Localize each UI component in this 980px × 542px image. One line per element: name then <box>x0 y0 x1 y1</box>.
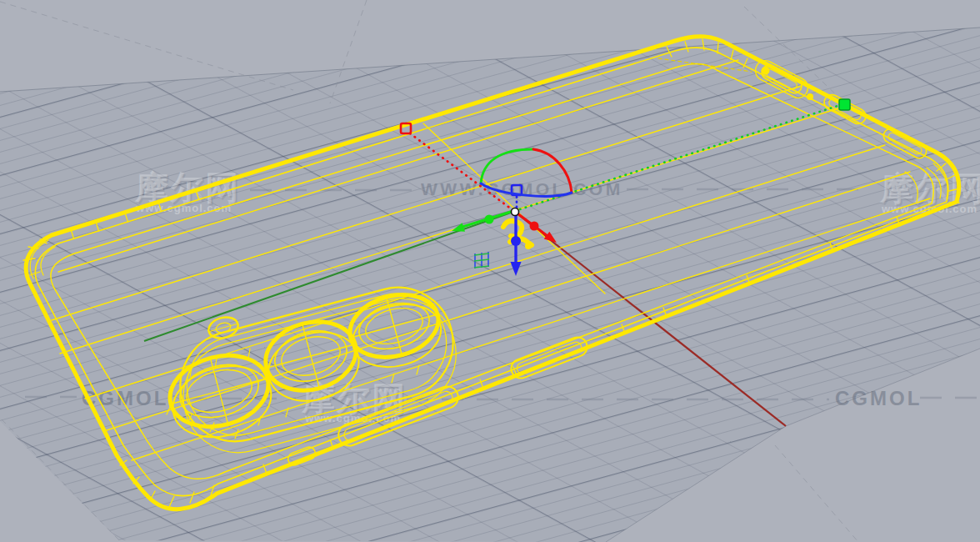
gumball-origin-handle[interactable] <box>512 208 519 216</box>
gumball-z-scale-knob[interactable] <box>511 236 521 246</box>
mic-hole <box>807 93 813 100</box>
watermark-short-bottom-right: CGMOL <box>835 387 922 409</box>
gumball-y-square-handle[interactable] <box>839 99 850 110</box>
gumball-x-scale-knob[interactable] <box>530 222 539 231</box>
viewport-3d[interactable]: 摩尔网 摩尔网 www.cgmol.com WWW.CGMOL.COM 摩尔网 … <box>0 0 980 542</box>
gumball-y-scale-knob[interactable] <box>485 215 494 224</box>
watermark-cn-left: 摩尔网 <box>134 169 240 206</box>
